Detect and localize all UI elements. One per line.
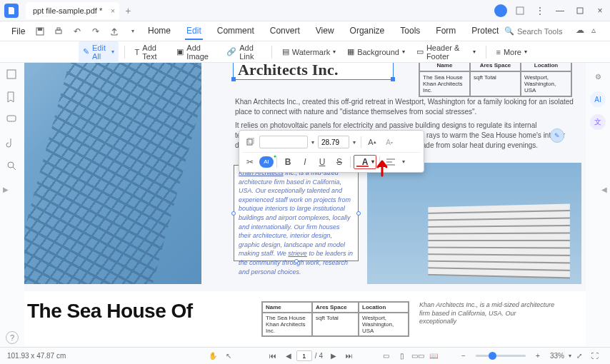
- user-avatar[interactable]: [494, 4, 507, 17]
- menu-protect[interactable]: Protect: [470, 23, 500, 40]
- tool-search[interactable]: 🔍: [504, 26, 567, 36]
- view-two-page-icon[interactable]: ▭▭: [411, 350, 424, 363]
- document-tab[interactable]: ppt file-sample.pdf * ×: [26, 2, 119, 19]
- font-dropdown-icon[interactable]: ▾: [309, 135, 316, 149]
- page2-headline[interactable]: The Sea House Of: [24, 301, 253, 321]
- fullscreen-icon[interactable]: ⛶: [589, 350, 601, 363]
- menu-organize[interactable]: Organize: [349, 23, 386, 40]
- expand-right-icon[interactable]: ◀: [601, 186, 607, 193]
- resize-handle[interactable]: [294, 259, 299, 263]
- menu-tabs: Home Edit Comment Convert View Organize …: [142, 23, 504, 40]
- redo-icon[interactable]: ↷: [89, 25, 102, 38]
- decrease-font-icon[interactable]: A▾: [381, 135, 397, 149]
- zoom-in-icon[interactable]: +: [531, 350, 544, 363]
- ai-panel-icon[interactable]: AI: [590, 91, 606, 107]
- floating-assist-bubble[interactable]: ✎: [550, 128, 564, 143]
- thumbnails-icon[interactable]: [6, 69, 19, 81]
- last-page-icon[interactable]: ⏭: [343, 350, 356, 363]
- menu-view[interactable]: View: [314, 23, 336, 40]
- search-input[interactable]: [517, 27, 567, 36]
- properties-icon[interactable]: ⚙: [590, 69, 606, 84]
- collapse-ribbon-icon[interactable]: ▵: [591, 25, 604, 38]
- minimize-icon[interactable]: —: [553, 4, 567, 18]
- select-tool-icon[interactable]: ↖: [222, 350, 235, 363]
- attachment-icon[interactable]: [6, 137, 19, 150]
- file-menu[interactable]: File: [6, 26, 31, 36]
- selected-title-textbox[interactable]: Architects Inc.: [233, 63, 394, 80]
- menu-form[interactable]: Form: [434, 23, 457, 40]
- print-icon[interactable]: [52, 25, 65, 38]
- resize-handle[interactable]: [231, 211, 236, 216]
- resize-handle[interactable]: [231, 77, 236, 81]
- strikethrough-button[interactable]: S: [331, 155, 347, 169]
- undo-icon[interactable]: ↶: [71, 25, 84, 38]
- save-icon[interactable]: [34, 25, 46, 38]
- copy-button[interactable]: [242, 135, 258, 149]
- expand-left-icon[interactable]: ▶: [3, 186, 9, 193]
- menu-edit[interactable]: Edit: [185, 23, 203, 40]
- svg-rect-9: [247, 139, 252, 145]
- close-window-icon[interactable]: ×: [593, 4, 607, 18]
- italic-button[interactable]: I: [297, 155, 313, 169]
- menu-comment[interactable]: Comment: [216, 23, 256, 40]
- new-tab-button[interactable]: +: [125, 5, 131, 16]
- search-panel-icon[interactable]: [6, 160, 19, 173]
- zoom-out-icon[interactable]: −: [457, 350, 470, 363]
- add-link-button[interactable]: 🔗Add Link: [222, 41, 266, 63]
- chevron-down-icon[interactable]: ▾: [371, 158, 374, 165]
- add-text-button[interactable]: TAdd Text: [131, 41, 170, 63]
- resize-handle[interactable]: [356, 211, 361, 216]
- cut-icon[interactable]: ✂: [242, 155, 258, 169]
- comments-icon[interactable]: [6, 114, 19, 127]
- help-icon[interactable]: ?: [6, 331, 19, 344]
- zoom-dropdown-icon[interactable]: ▾: [569, 353, 571, 359]
- paragraph-1[interactable]: Khan Architects Inc., created this off-g…: [235, 97, 578, 117]
- page-number-input[interactable]: [296, 350, 312, 361]
- ai-chip-icon[interactable]: AI: [259, 156, 274, 168]
- reading-mode-icon[interactable]: 📖: [427, 350, 440, 363]
- view-single-icon[interactable]: ▭: [380, 350, 393, 363]
- watermark-button[interactable]: ▤Watermark▾: [278, 45, 340, 59]
- view-continuous-icon[interactable]: ▯: [396, 350, 409, 363]
- background-button[interactable]: ▦Background▾: [343, 45, 409, 59]
- prev-page-icon[interactable]: ◀: [282, 350, 295, 363]
- header-footer-button[interactable]: ▭Header & Footer▾: [412, 41, 480, 63]
- more-button[interactable]: ≡More▾: [492, 46, 531, 59]
- close-icon[interactable]: ×: [111, 6, 115, 15]
- underline-button[interactable]: U: [314, 155, 330, 169]
- selected-body-textbox[interactable]: Khan Architects Inc., is a mid-sized arc…: [234, 165, 359, 261]
- share-dropdown-icon[interactable]: ▾: [126, 25, 139, 38]
- svg-rect-4: [56, 30, 61, 34]
- size-dropdown-icon[interactable]: ▾: [351, 135, 358, 149]
- add-image-button[interactable]: ▣Add Image: [172, 41, 219, 63]
- menu-convert[interactable]: Convert: [269, 23, 301, 40]
- tab-title: ppt file-sample.pdf *: [33, 6, 102, 15]
- next-page-icon[interactable]: ▶: [327, 350, 340, 363]
- document-canvas[interactable]: Architects Inc. Name Ares Space Location…: [24, 63, 586, 351]
- share-icon[interactable]: [108, 25, 121, 38]
- cloud-icon[interactable]: ☁: [576, 25, 589, 38]
- edit-all-button[interactable]: ✎Edit All▾: [79, 41, 119, 63]
- increase-font-icon[interactable]: A▴: [364, 135, 380, 149]
- first-page-icon[interactable]: ⏮: [266, 350, 279, 363]
- menu-home[interactable]: Home: [146, 23, 172, 40]
- resize-handle[interactable]: [391, 77, 395, 81]
- app-menu-icon[interactable]: [513, 4, 527, 18]
- menu-tools[interactable]: Tools: [399, 23, 421, 40]
- translate-icon[interactable]: 文: [590, 114, 606, 130]
- hand-tool-icon[interactable]: ✋: [206, 350, 219, 363]
- more-icon: ≡: [496, 48, 501, 56]
- font-size-input[interactable]: [318, 136, 349, 148]
- fit-page-icon[interactable]: ⤢: [573, 350, 586, 363]
- zoom-thumb[interactable]: [489, 352, 496, 360]
- zoom-slider[interactable]: [476, 355, 526, 357]
- right-sidebar: ⚙ AI 文: [586, 63, 610, 351]
- maximize-icon[interactable]: [573, 4, 587, 18]
- align-dropdown-icon[interactable]: ▾: [400, 155, 407, 169]
- kebab-icon[interactable]: ⋮: [533, 4, 547, 18]
- font-color-button[interactable]: A▾: [354, 155, 376, 169]
- font-family-input[interactable]: [259, 136, 308, 148]
- bold-button[interactable]: B: [280, 155, 296, 169]
- text-icon: T: [135, 48, 140, 56]
- bookmark-icon[interactable]: [6, 91, 19, 104]
